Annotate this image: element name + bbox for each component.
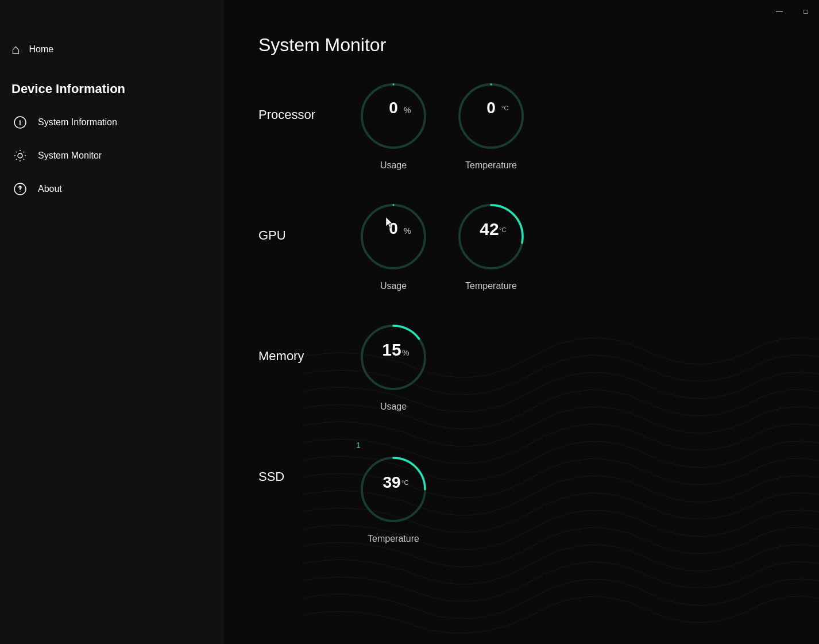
svg-text:%: % bbox=[402, 348, 409, 357]
gpu-temp-gauge: 42 °C Temperature bbox=[454, 199, 528, 291]
ssd-index: 1 bbox=[356, 441, 361, 450]
gpu-section: GPU 0 % Usage 42 °C bbox=[258, 199, 785, 291]
about-icon bbox=[11, 180, 29, 198]
processor-section: Processor 0 % Usage 0 °C bbox=[258, 79, 785, 171]
svg-text:°C: °C bbox=[501, 105, 508, 111]
system-info-icon: i bbox=[11, 114, 29, 131]
processor-temp-label: Temperature bbox=[465, 160, 517, 171]
gpu-temp-label: Temperature bbox=[465, 281, 517, 291]
processor-label: Processor bbox=[258, 79, 356, 122]
memory-gauges: 15 % Usage bbox=[356, 320, 431, 412]
sidebar-item-label-about: About bbox=[38, 184, 62, 194]
system-monitor-icon bbox=[11, 147, 29, 164]
ssd-label: SSD bbox=[258, 441, 356, 484]
processor-temp-gauge: 0 °C Temperature bbox=[454, 79, 528, 171]
svg-text:°C: °C bbox=[401, 479, 408, 486]
ssd-gauges-wrapper: 1 39 °C Temperature bbox=[356, 441, 431, 544]
gpu-usage-label: Usage bbox=[380, 281, 407, 291]
sidebar: ⌂ Home Device Information i System Infor… bbox=[0, 0, 224, 644]
gpu-gauges: 0 % Usage 42 °C Temperature bbox=[356, 199, 528, 291]
processor-usage-gauge: 0 % Usage bbox=[356, 79, 431, 171]
home-icon: ⌂ bbox=[11, 41, 20, 57]
processor-usage-svg: 0 % bbox=[356, 79, 431, 153]
svg-point-2 bbox=[18, 153, 22, 158]
svg-text:0: 0 bbox=[389, 99, 398, 117]
svg-text:42: 42 bbox=[480, 219, 499, 238]
memory-usage-label: Usage bbox=[380, 402, 407, 412]
svg-text:0: 0 bbox=[486, 99, 496, 117]
home-label: Home bbox=[29, 44, 54, 55]
processor-gauges: 0 % Usage 0 °C Temperature bbox=[356, 79, 528, 171]
svg-text:15: 15 bbox=[382, 340, 401, 359]
main-content: System Monitor Processor 0 % Usage 0 bbox=[224, 0, 819, 644]
ssd-section: SSD 1 39 °C Temperature bbox=[258, 441, 785, 544]
svg-text:%: % bbox=[404, 226, 411, 236]
maximize-button[interactable]: □ bbox=[793, 2, 819, 21]
sidebar-home[interactable]: ⌂ Home bbox=[0, 34, 224, 64]
memory-usage-svg: 15 % bbox=[356, 320, 431, 395]
memory-usage-gauge: 15 % Usage bbox=[356, 320, 431, 412]
svg-text:0: 0 bbox=[389, 219, 398, 237]
ssd-gauges: 39 °C Temperature bbox=[356, 452, 431, 544]
svg-text:39: 39 bbox=[383, 473, 400, 491]
sidebar-item-system-information[interactable]: i System Information bbox=[0, 106, 224, 139]
memory-label: Memory bbox=[258, 320, 356, 364]
processor-usage-label: Usage bbox=[380, 160, 407, 171]
title-bar: — □ bbox=[0, 0, 819, 23]
svg-text:°C: °C bbox=[499, 226, 506, 233]
memory-section: Memory 15 % Usage bbox=[258, 320, 785, 412]
gpu-usage-svg: 0 % bbox=[356, 199, 431, 274]
ssd-temp-label: Temperature bbox=[368, 534, 419, 544]
sidebar-item-system-monitor[interactable]: System Monitor bbox=[0, 139, 224, 172]
gpu-temp-svg: 42 °C bbox=[454, 199, 528, 274]
gpu-usage-gauge: 0 % Usage bbox=[356, 199, 431, 291]
sidebar-section-title: Device Information bbox=[0, 76, 224, 106]
processor-temp-svg: 0 °C bbox=[454, 79, 528, 153]
gpu-label: GPU bbox=[258, 199, 356, 243]
sidebar-item-label-system-info: System Information bbox=[38, 117, 117, 128]
sidebar-item-about[interactable]: About bbox=[0, 172, 224, 206]
ssd-temp-gauge: 39 °C Temperature bbox=[356, 452, 431, 544]
minimize-button[interactable]: — bbox=[766, 2, 793, 21]
svg-text:i: i bbox=[19, 119, 21, 127]
svg-text:%: % bbox=[404, 106, 411, 115]
sidebar-item-label-system-monitor: System Monitor bbox=[38, 151, 102, 161]
page-title: System Monitor bbox=[258, 34, 785, 56]
ssd-temp-svg: 39 °C bbox=[356, 452, 431, 527]
